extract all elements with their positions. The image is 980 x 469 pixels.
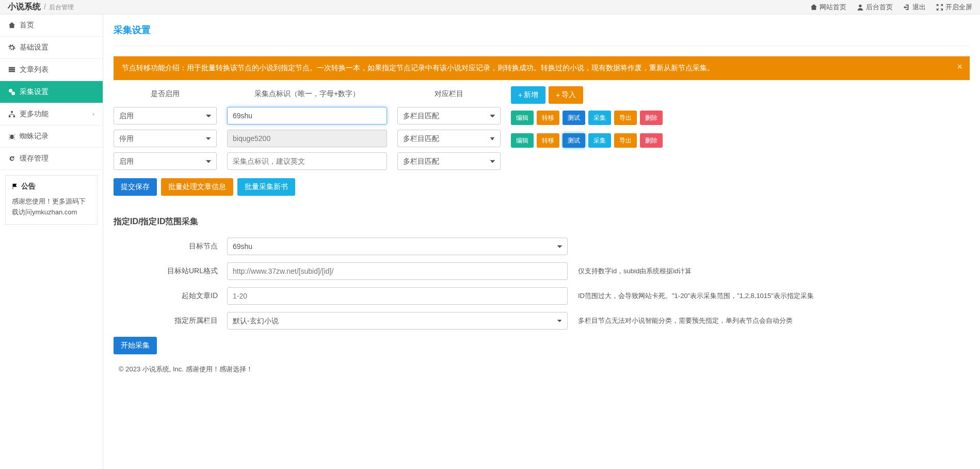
user-icon <box>857 4 864 11</box>
brand-subtitle: 后台管理 <box>49 3 74 12</box>
cat-label: 指定所属栏目 <box>114 316 227 325</box>
sidebar-item-collect-settings[interactable]: 采集设置 <box>0 81 103 103</box>
alert-text: 节点转移功能介绍：用于批量转换该节点的小说到指定节点。一次转换一本，如果指定节点… <box>122 64 714 72</box>
delete-button-row1[interactable]: 删除 <box>640 111 663 125</box>
grid-submit-row: 提交保存 批量处理文章信息 批量采集新书 <box>114 178 970 196</box>
header-ident: 采集点标识（唯一，字母+数字） <box>227 86 387 102</box>
svg-point-1 <box>9 89 12 92</box>
sidebar-item-spider-log[interactable]: 蜘蛛记录 <box>0 126 103 148</box>
test-button-row1[interactable]: 测试 <box>563 111 585 125</box>
gear-icon <box>8 44 15 51</box>
sidebar-item-home[interactable]: 首页 <box>0 14 103 37</box>
target-label: 目标节点 <box>114 242 227 251</box>
edit-button-row2[interactable]: 编辑 <box>511 133 534 148</box>
edit-button-row1[interactable]: 编辑 <box>511 111 534 125</box>
chevron-right-icon: › <box>92 111 94 118</box>
url-help: 仅支持数字id，subid由系统根据id计算 <box>578 267 970 276</box>
sidebar: 首页 基础设置 文章列表 采集设置 更多功能› 蜘蛛记录 缓存管理 公告 感谢您… <box>0 14 103 469</box>
transfer-button-row2[interactable]: 转移 <box>537 133 559 148</box>
url-label: 目标站URL格式 <box>114 267 227 276</box>
footer: © 2023 小说系统, Inc. 感谢使用！感谢选择！ <box>114 354 970 384</box>
svg-rect-5 <box>13 116 15 118</box>
header-enable: 是否启用 <box>114 86 217 102</box>
ident-input-row2[interactable] <box>227 130 387 147</box>
sitemap-icon <box>8 111 15 118</box>
gears-icon <box>8 88 15 96</box>
export-button-row1[interactable]: 导出 <box>614 111 637 125</box>
save-button[interactable]: 提交保存 <box>114 178 157 196</box>
start-label: 起始文章ID <box>114 291 227 301</box>
delete-button-row2[interactable]: 删除 <box>640 133 663 148</box>
svg-point-0 <box>859 4 861 7</box>
add-button[interactable]: +新增 <box>511 86 545 104</box>
category-select-row3[interactable]: 多栏目匹配 <box>397 152 501 170</box>
batch-info-button[interactable]: 批量处理文章信息 <box>161 178 233 196</box>
enable-select-row1[interactable]: 启用 <box>114 107 217 124</box>
collect-button-row1[interactable]: 采集 <box>588 111 611 125</box>
collect-grid: 是否启用 启用 停用 启用 采集点标识（唯一，字母+数字） 对应栏目 多栏目匹配… <box>114 86 970 172</box>
sidebar-item-article-list[interactable]: 文章列表 <box>0 59 103 81</box>
ident-input-row1[interactable] <box>227 107 387 124</box>
header-category: 对应栏目 <box>397 86 501 102</box>
notice-title: 公告 <box>12 182 91 191</box>
category-select-row1[interactable]: 多栏目匹配 <box>397 107 501 124</box>
sidebar-item-cache[interactable]: 缓存管理 <box>0 148 103 170</box>
start-input[interactable] <box>227 287 568 305</box>
id-section-title: 指定ID/指定ID范围采集 <box>114 216 970 227</box>
ident-input-row3[interactable] <box>227 152 387 170</box>
svg-rect-3 <box>11 111 13 113</box>
export-button-row2[interactable]: 导出 <box>614 133 637 148</box>
transfer-button-row1[interactable]: 转移 <box>537 111 559 125</box>
notice-text: 感谢您使用！更多源码下载访问ymkuzhan.com <box>12 196 91 218</box>
batch-collect-button[interactable]: 批量采集新书 <box>237 178 295 196</box>
collect-button-row2[interactable]: 采集 <box>588 133 611 148</box>
alert-banner: 节点转移功能介绍：用于批量转换该节点的小说到指定节点。一次转换一本，如果指定节点… <box>114 56 970 80</box>
link-admin-home[interactable]: 后台首页 <box>857 3 893 12</box>
bug-icon <box>8 133 15 140</box>
link-logout[interactable]: 退出 <box>903 3 926 12</box>
brand-title: 小说系统 <box>8 2 41 12</box>
import-button[interactable]: +导入 <box>549 86 583 104</box>
sidebar-item-basic-settings[interactable]: 基础设置 <box>0 37 103 59</box>
enable-select-row3[interactable]: 启用 <box>114 152 217 170</box>
alert-close-button[interactable]: × <box>957 61 962 72</box>
notice-box: 公告 感谢您使用！更多源码下载访问ymkuzhan.com <box>5 175 98 225</box>
category-select-row2[interactable]: 多栏目匹配 <box>397 130 501 147</box>
fullscreen-icon <box>936 4 943 11</box>
home-icon <box>8 22 15 29</box>
plus-icon: + <box>556 91 560 99</box>
url-input[interactable] <box>227 262 568 280</box>
test-button-row2[interactable]: 测试 <box>563 133 585 148</box>
target-select[interactable]: 69shu <box>227 238 568 255</box>
svg-rect-4 <box>9 116 11 118</box>
svg-point-6 <box>10 135 14 139</box>
refresh-icon <box>8 155 15 162</box>
page-title: 采集设置 <box>114 14 970 46</box>
topbar-links: 网站首页 后台首页 退出 开启全屏 <box>810 3 972 12</box>
home-icon <box>810 4 817 11</box>
svg-point-2 <box>11 91 15 95</box>
start-help: ID范围过大，会导致网站卡死。"1-20"表示采集范围，"1,2,8,1015"… <box>578 291 970 301</box>
topbar: 小说系统 / 后台管理 网站首页 后台首页 退出 开启全屏 <box>0 0 980 14</box>
cat-help: 多栏目节点无法对小说智能分类，需要预先指定，单列表节点会自动分类 <box>578 316 970 325</box>
logout-icon <box>903 4 910 11</box>
link-fullscreen[interactable]: 开启全屏 <box>936 3 972 12</box>
table-icon <box>8 66 15 73</box>
flag-icon <box>12 183 18 190</box>
brand-area: 小说系统 / 后台管理 <box>8 2 74 12</box>
cat-select[interactable]: 默认-玄幻小说 <box>227 312 568 330</box>
start-collect-button[interactable]: 开始采集 <box>114 337 157 354</box>
main-content: 采集设置 节点转移功能介绍：用于批量转换该节点的小说到指定节点。一次转换一本，如… <box>103 14 980 469</box>
link-site-home[interactable]: 网站首页 <box>810 3 846 12</box>
enable-select-row2[interactable]: 停用 <box>114 130 217 147</box>
plus-icon: + <box>518 91 522 99</box>
sidebar-item-more[interactable]: 更多功能› <box>0 103 103 126</box>
